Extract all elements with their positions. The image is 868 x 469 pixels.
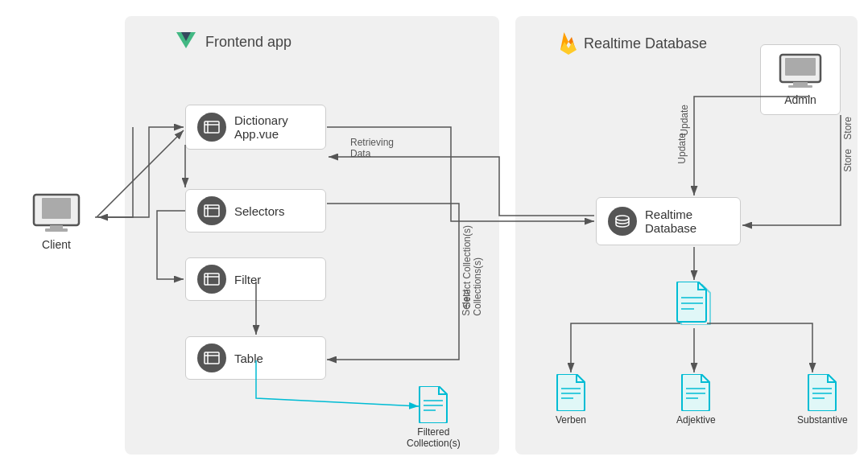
svg-rect-22: [788, 85, 812, 88]
filter-icon: [197, 265, 226, 294]
svg-rect-15: [205, 352, 219, 364]
vue-icon: [173, 31, 199, 53]
collections-parent-icon: [676, 282, 713, 325]
dictionary-icon: [197, 113, 226, 142]
filtered-collection-icon: FilteredCollection(s): [407, 386, 461, 449]
store-text-label: Store: [842, 117, 854, 140]
collections-parent-shape: [676, 282, 713, 325]
realtime-db-box: Realtime Database: [596, 197, 741, 245]
admin-monitor-icon: [779, 53, 822, 88]
retrieving-data-label: Retrieving Data: [350, 137, 394, 159]
frontend-title: Frontend app: [173, 31, 291, 53]
filtered-doc-shape: [418, 386, 448, 423]
table-label: Table: [234, 352, 263, 365]
firebase-icon: [560, 31, 577, 56]
filter-box: Filter: [185, 257, 326, 301]
adjektive-doc: Adjektive: [676, 374, 716, 426]
svg-rect-12: [205, 274, 219, 285]
select-collections-text: Select Collection(s): [461, 225, 473, 308]
svg-rect-3: [42, 198, 71, 219]
update-label: Update: [676, 133, 688, 164]
admin-box: Admin: [760, 44, 841, 115]
client-monitor-icon: [32, 193, 81, 233]
svg-rect-6: [205, 121, 219, 133]
frontend-title-text: Frontend app: [205, 34, 291, 51]
adjektive-doc-shape: [680, 374, 711, 411]
client-label: Client: [42, 238, 71, 251]
svg-rect-21: [793, 82, 808, 85]
svg-rect-4: [50, 225, 63, 228]
svg-rect-20: [785, 58, 816, 76]
svg-point-18: [616, 216, 629, 220]
admin-label: Admin: [784, 93, 816, 106]
diagram-container: Frontend app Realtime Database Client: [0, 0, 868, 469]
table-box: Table: [185, 336, 326, 380]
substantive-doc: Substantive: [797, 374, 848, 426]
store-label: Store: [842, 149, 854, 172]
verben-label: Verben: [556, 414, 586, 426]
realtime-title-text: Realtime Database: [584, 35, 707, 52]
svg-rect-5: [45, 228, 68, 232]
selectors-box: Selectors: [185, 189, 326, 232]
filter-label: Filter: [234, 273, 261, 286]
update-text-label: Update: [679, 105, 690, 136]
selectors-icon: [197, 196, 226, 225]
selectors-label: Selectors: [234, 204, 285, 218]
substantive-doc-shape: [807, 374, 837, 411]
dictionary-box: Dictionary App.vue: [185, 105, 326, 150]
verben-doc: Verben: [556, 374, 586, 426]
realtime-db-icon: [608, 207, 637, 236]
verben-doc-shape: [556, 374, 586, 411]
substantive-label: Substantive: [797, 414, 848, 426]
realtime-title: Realtime Database: [560, 31, 707, 56]
client-box: Client: [16, 193, 97, 251]
svg-rect-9: [205, 205, 219, 216]
dictionary-label: Dictionary App.vue: [234, 113, 288, 141]
filtered-collection-label: FilteredCollection(s): [407, 426, 461, 449]
realtime-db-label: Realtime Database: [645, 208, 696, 235]
table-icon: [197, 344, 226, 372]
adjektive-label: Adjektive: [676, 414, 716, 426]
